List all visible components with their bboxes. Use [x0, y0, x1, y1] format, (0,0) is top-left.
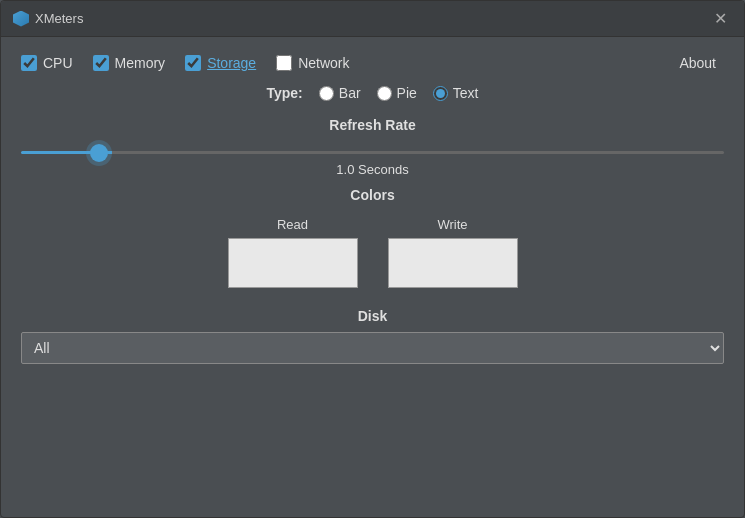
title-bar-left: XMeters — [13, 11, 83, 27]
disk-section: Disk All C: D: — [21, 308, 724, 364]
type-bar-label: Bar — [339, 85, 361, 101]
refresh-rate-section: Refresh Rate 1.0 Seconds — [21, 117, 724, 187]
read-color-box[interactable] — [228, 238, 358, 288]
disk-header: Disk — [21, 308, 724, 324]
read-color-picker: Read — [228, 217, 358, 288]
storage-checkbox[interactable] — [185, 55, 201, 71]
storage-label: Storage — [207, 55, 256, 71]
type-bar-radio[interactable] — [319, 86, 334, 101]
type-text-radio[interactable] — [433, 86, 448, 101]
colors-section: Colors Read Write — [21, 187, 724, 308]
refresh-rate-header: Refresh Rate — [21, 117, 724, 133]
app-icon — [13, 11, 29, 27]
write-color-picker: Write — [388, 217, 518, 288]
write-label: Write — [437, 217, 467, 232]
network-checkbox-item[interactable]: Network — [276, 55, 349, 71]
type-label: Type: — [266, 85, 302, 101]
type-text-item[interactable]: Text — [433, 85, 479, 101]
disk-select[interactable]: All C: D: — [21, 332, 724, 364]
type-row: Type: Bar Pie Text — [21, 85, 724, 101]
title-bar: XMeters ✕ — [1, 1, 744, 37]
type-bar-item[interactable]: Bar — [319, 85, 361, 101]
type-pie-item[interactable]: Pie — [377, 85, 417, 101]
network-label: Network — [298, 55, 349, 71]
cpu-label: CPU — [43, 55, 73, 71]
type-text-label: Text — [453, 85, 479, 101]
nav-checkboxes: CPU Memory Storage Network — [21, 55, 350, 71]
window-title: XMeters — [35, 11, 83, 26]
colors-header: Colors — [21, 187, 724, 203]
cpu-checkbox-item[interactable]: CPU — [21, 55, 73, 71]
type-pie-radio[interactable] — [377, 86, 392, 101]
nav-row: CPU Memory Storage Network About — [21, 51, 724, 75]
type-pie-label: Pie — [397, 85, 417, 101]
about-button[interactable]: About — [671, 51, 724, 75]
refresh-rate-slider[interactable] — [21, 151, 724, 154]
close-button[interactable]: ✕ — [708, 7, 732, 31]
app-window: XMeters ✕ CPU Memory Storage — [0, 0, 745, 518]
write-color-box[interactable] — [388, 238, 518, 288]
color-pickers-row: Read Write — [21, 217, 724, 288]
cpu-checkbox[interactable] — [21, 55, 37, 71]
storage-checkbox-item[interactable]: Storage — [185, 55, 256, 71]
read-label: Read — [277, 217, 308, 232]
network-checkbox[interactable] — [276, 55, 292, 71]
refresh-rate-value: 1.0 Seconds — [21, 162, 724, 177]
memory-label: Memory — [115, 55, 166, 71]
memory-checkbox-item[interactable]: Memory — [93, 55, 166, 71]
memory-checkbox[interactable] — [93, 55, 109, 71]
main-content: CPU Memory Storage Network About Ty — [1, 37, 744, 517]
